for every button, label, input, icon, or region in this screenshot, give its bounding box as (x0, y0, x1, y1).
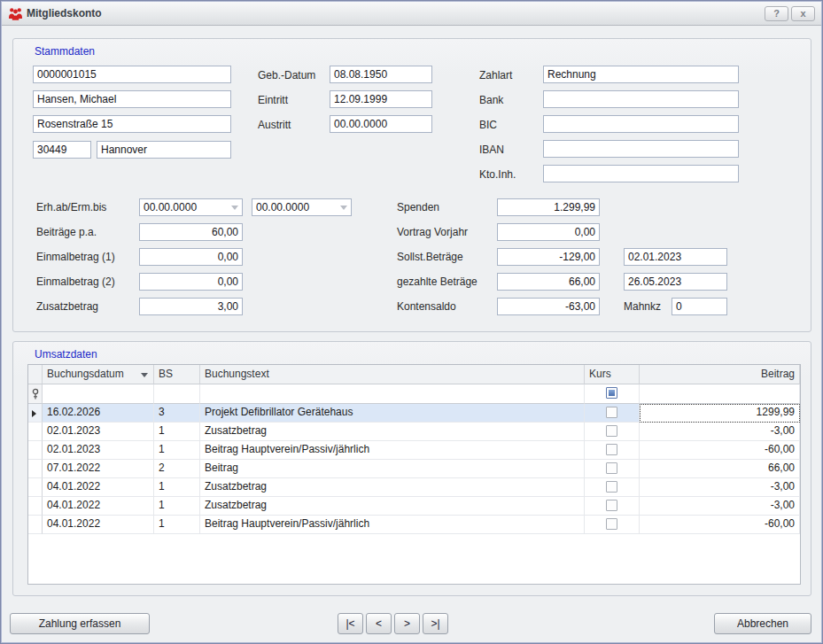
cell-bs[interactable]: 1 (154, 516, 200, 534)
cell-text[interactable]: Projekt Defibrillator Gerätehaus (200, 404, 585, 423)
einmalbetrag2-field[interactable]: 0,00 (139, 273, 243, 291)
zahlart-field[interactable]: Rechnung (543, 66, 739, 83)
chevron-down-icon[interactable] (340, 206, 347, 210)
kurs-checkbox[interactable] (606, 500, 617, 511)
bank-field[interactable] (543, 90, 739, 108)
chevron-down-icon[interactable] (231, 206, 238, 210)
cell-kurs[interactable] (585, 497, 640, 516)
austritt-field[interactable]: 00.00.0000 (330, 115, 432, 133)
kurs-checkbox[interactable] (606, 444, 617, 455)
nav-first-button[interactable]: |< (338, 613, 363, 634)
cell-kurs[interactable] (585, 460, 640, 478)
abbrechen-button[interactable]: Abbrechen (714, 613, 811, 634)
filter-bs-cell[interactable] (154, 384, 200, 404)
cell-kurs[interactable] (585, 478, 640, 497)
column-header-beitrag[interactable]: Beitrag (640, 365, 800, 384)
cell-kurs[interactable] (585, 423, 640, 441)
cell-bs[interactable]: 3 (154, 404, 200, 423)
cell-datum[interactable]: 02.01.2023 (43, 441, 154, 460)
kurs-checkbox[interactable] (606, 407, 617, 418)
cell-beitrag[interactable]: -3,00 (640, 478, 800, 497)
nav-next-button[interactable]: > (394, 613, 420, 634)
erm-bis-dropdown[interactable]: 00.00.0000 (252, 198, 352, 216)
filter-row (28, 384, 800, 404)
column-header-kurs[interactable]: Kurs (585, 365, 640, 384)
cell-datum[interactable]: 04.01.2022 (43, 516, 154, 534)
cell-beitrag-editing[interactable]: 1299,99 (640, 404, 800, 423)
help-button[interactable]: ? (765, 6, 788, 21)
zusatzbetrag-field[interactable]: 3,00 (139, 298, 243, 315)
member-name-field[interactable]: Hansen, Michael (33, 90, 231, 108)
cell-bs[interactable]: 1 (154, 478, 200, 497)
cell-text[interactable]: Zusatzbetrag (200, 497, 585, 516)
cell-bs[interactable]: 1 (154, 423, 200, 441)
table-row[interactable]: 07.01.2022 2 Beitrag 66,00 (28, 460, 800, 478)
kurs-checkbox[interactable] (606, 462, 617, 474)
geb-datum-field[interactable]: 08.08.1950 (330, 66, 432, 83)
zahlung-erfassen-button[interactable]: Zahlung erfassen (10, 613, 150, 634)
nav-last-button[interactable]: >| (423, 613, 448, 634)
city-field[interactable]: Hannover (97, 141, 231, 159)
beitraege-pa-field[interactable]: 60,00 (139, 223, 243, 241)
cell-datum[interactable]: 16.02.2026 (43, 404, 154, 423)
cell-text[interactable]: Beitrag Hauptverein/Passiv/jährlich (200, 516, 585, 534)
cell-datum[interactable]: 07.01.2022 (43, 460, 154, 478)
filter-datum-cell[interactable] (43, 384, 154, 404)
gezahlt-datum-field[interactable]: 26.05.2023 (624, 273, 727, 291)
member-number-field[interactable]: 0000001015 (33, 66, 231, 83)
cell-text[interactable]: Zusatzbetrag (200, 478, 585, 497)
kontensaldo-field[interactable]: -63,00 (497, 298, 600, 315)
kurs-checkbox[interactable] (606, 518, 617, 530)
filter-text-cell[interactable] (200, 384, 585, 404)
cell-bs[interactable]: 2 (154, 460, 200, 478)
column-header-buchungsdatum[interactable]: Buchungsdatum (43, 365, 154, 384)
column-header-buchungstext[interactable]: Buchungstext (200, 365, 585, 384)
table-row[interactable]: 04.01.2022 1 Beitrag Hauptverein/Passiv/… (28, 516, 800, 534)
gezahlte-betraege-field[interactable]: 66,00 (497, 273, 600, 291)
close-button[interactable]: x (791, 6, 815, 21)
cell-datum[interactable]: 02.01.2023 (43, 423, 154, 441)
cell-beitrag[interactable]: -3,00 (640, 423, 800, 441)
kurs-filter-checkbox[interactable] (606, 387, 617, 399)
title-bar[interactable]: Mitgliedskonto ? x (2, 2, 821, 26)
cell-beitrag[interactable]: 66,00 (640, 460, 800, 478)
filter-kurs-cell[interactable] (585, 384, 640, 404)
table-row[interactable]: 04.01.2022 1 Zusatzbetrag -3,00 (28, 478, 800, 497)
einmalbetrag1-field[interactable]: 0,00 (139, 248, 243, 266)
erh-ab-dropdown[interactable]: 00.00.0000 (139, 198, 243, 216)
cell-text[interactable]: Zusatzbetrag (200, 423, 585, 441)
column-header-label: Buchungsdatum (47, 368, 124, 380)
cell-beitrag[interactable]: -60,00 (640, 516, 800, 534)
table-row[interactable]: 16.02.2026 3 Projekt Defibrillator Gerät… (28, 404, 800, 423)
cell-text[interactable]: Beitrag Hauptverein/Passiv/jährlich (200, 441, 585, 460)
nav-prev-button[interactable]: < (366, 613, 392, 634)
spenden-field[interactable]: 1.299,99 (497, 198, 600, 216)
cell-bs[interactable]: 1 (154, 441, 200, 460)
cell-kurs[interactable] (585, 441, 640, 460)
kto-inh-field[interactable] (543, 165, 739, 182)
street-field[interactable]: Rosenstraße 15 (33, 115, 231, 133)
filter-beitrag-cell[interactable] (640, 384, 800, 404)
sollst-datum-field[interactable]: 02.01.2023 (624, 248, 727, 266)
cell-kurs[interactable] (585, 516, 640, 534)
column-header-bs[interactable]: BS (154, 365, 200, 384)
eintritt-field[interactable]: 12.09.1999 (330, 90, 432, 108)
cell-beitrag[interactable]: -60,00 (640, 441, 800, 460)
kurs-checkbox[interactable] (606, 425, 617, 437)
kurs-checkbox[interactable] (606, 481, 617, 493)
cell-bs[interactable]: 1 (154, 497, 200, 516)
sollst-betraege-field[interactable]: -129,00 (497, 248, 600, 266)
zip-field[interactable]: 30449 (33, 141, 91, 159)
table-row[interactable]: 04.01.2022 1 Zusatzbetrag -3,00 (28, 497, 800, 516)
cell-datum[interactable]: 04.01.2022 (43, 478, 154, 497)
cell-datum[interactable]: 04.01.2022 (43, 497, 154, 516)
iban-field[interactable] (543, 140, 739, 158)
vortrag-vorjahr-field[interactable]: 0,00 (497, 223, 600, 241)
table-row[interactable]: 02.01.2023 1 Beitrag Hauptverein/Passiv/… (28, 441, 800, 460)
table-row[interactable]: 02.01.2023 1 Zusatzbetrag -3,00 (28, 423, 800, 441)
mahnkz-field[interactable]: 0 (672, 298, 727, 315)
bic-field[interactable] (543, 115, 739, 133)
cell-kurs[interactable] (585, 404, 640, 423)
cell-beitrag[interactable]: -3,00 (640, 497, 800, 516)
cell-text[interactable]: Beitrag (200, 460, 585, 478)
